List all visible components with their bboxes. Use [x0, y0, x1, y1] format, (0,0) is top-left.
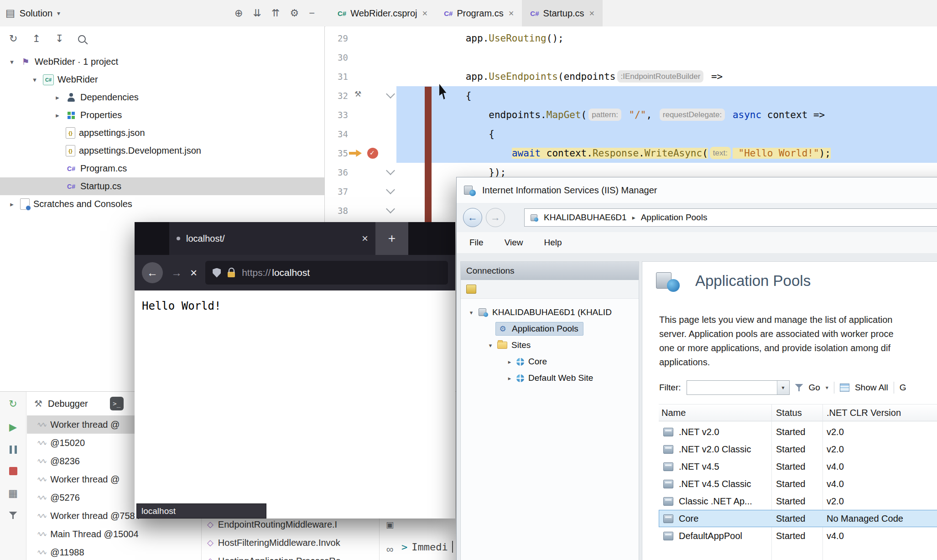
- group-by-label[interactable]: G: [900, 383, 906, 393]
- stop-icon[interactable]: [9, 467, 17, 475]
- connection-tree-item[interactable]: KHALIDABUHAE6D1 (KHALID: [461, 304, 639, 321]
- thread-row[interactable]: Main Thread @15004: [27, 525, 201, 543]
- tree-item-content[interactable]: Core: [515, 355, 552, 368]
- stop-load-button[interactable]: [190, 266, 197, 280]
- editor-tab[interactable]: C# WebRider.csproj: [329, 0, 436, 26]
- tree-item[interactable]: Dependencies: [0, 88, 324, 106]
- gutter[interactable]: [348, 48, 396, 67]
- gutter[interactable]: [348, 201, 396, 220]
- column-status[interactable]: Status: [776, 404, 802, 421]
- close-tab-icon[interactable]: [362, 232, 368, 245]
- tool-window-view-icon[interactable]: [5, 8, 15, 18]
- resume-icon[interactable]: [9, 422, 17, 432]
- gutter[interactable]: [348, 67, 396, 86]
- search-icon[interactable]: [78, 35, 86, 43]
- editor-tab[interactable]: C# Program.cs: [436, 0, 522, 26]
- create-connection-icon[interactable]: [466, 285, 476, 294]
- frames-panel-icon[interactable]: [386, 520, 394, 530]
- table-row[interactable]: .NET v2.0 Classic Started v2.0: [659, 441, 937, 458]
- expand-all-icon[interactable]: [253, 8, 261, 18]
- browser-tab[interactable]: localhost/: [169, 222, 375, 255]
- hide-panel-icon[interactable]: [309, 8, 315, 18]
- table-row[interactable]: DefaultAppPool Started v4.0: [659, 527, 937, 544]
- tree-item[interactable]: Properties: [0, 106, 324, 124]
- tree-chevron-icon[interactable]: [505, 358, 514, 365]
- tree-item[interactable]: Scratches and Consoles: [0, 195, 324, 213]
- tree-chevron-icon[interactable]: [53, 111, 62, 119]
- url-bar[interactable]: https:// localhost: [205, 261, 448, 285]
- connection-tree-item[interactable]: Sites: [461, 337, 639, 353]
- breakpoint-icon[interactable]: [367, 148, 378, 159]
- table-row[interactable]: Classic .NET Ap... Started v2.0: [659, 493, 937, 510]
- back-button[interactable]: [463, 208, 482, 227]
- debugger-tab[interactable]: Debugger: [48, 399, 88, 409]
- thread-row[interactable]: @11988: [27, 543, 201, 560]
- iis-title-bar[interactable]: Internet Information Services (IIS) Mana…: [457, 177, 937, 203]
- table-row[interactable]: Core Started No Managed Code: [659, 510, 937, 527]
- watch-icon[interactable]: [386, 544, 394, 555]
- menu-item[interactable]: Help: [544, 238, 562, 248]
- gutter[interactable]: [348, 163, 396, 182]
- tree-item[interactable]: WebRider: [0, 71, 324, 88]
- gutter[interactable]: [348, 86, 396, 105]
- stack-frame-row[interactable]: HostFilteringMiddleware.Invok: [202, 534, 379, 552]
- immediate-prompt[interactable]: Immedi: [401, 534, 455, 560]
- tree-chevron-icon[interactable]: [486, 342, 495, 349]
- connection-tree-item[interactable]: Core: [461, 353, 639, 370]
- editor-line[interactable]: 34 {: [325, 124, 937, 144]
- rerun-icon[interactable]: [9, 399, 17, 409]
- tree-item[interactable]: Program.cs: [0, 160, 324, 177]
- tree-item-content[interactable]: Default Web Site: [515, 372, 598, 384]
- scroll-to-source-up-icon[interactable]: [32, 34, 40, 44]
- gutter[interactable]: [348, 105, 396, 124]
- pause-icon[interactable]: [10, 446, 17, 454]
- column-name[interactable]: Name: [661, 404, 686, 421]
- tree-item[interactable]: appsettings.Development.json: [0, 142, 324, 160]
- console-icon[interactable]: [110, 397, 124, 410]
- solution-selector[interactable]: Solution: [20, 8, 52, 19]
- filter-input[interactable]: [687, 380, 790, 395]
- connection-tree-item[interactable]: Application Pools: [461, 321, 639, 337]
- breadcrumb-section[interactable]: Application Pools: [641, 213, 708, 223]
- tree-item-content[interactable]: Application Pools: [495, 322, 583, 336]
- settings-gear-icon[interactable]: [290, 8, 299, 18]
- editor-line[interactable]: 29 app.UseRouting();: [325, 29, 937, 48]
- tree-item-content[interactable]: Sites: [495, 339, 535, 352]
- menu-item[interactable]: File: [469, 238, 484, 248]
- tree-chevron-icon[interactable]: [467, 309, 475, 316]
- tree-chevron-icon[interactable]: [7, 58, 16, 66]
- close-icon[interactable]: [589, 8, 595, 19]
- tree-chevron-icon[interactable]: [7, 200, 16, 208]
- table-row[interactable]: .NET v4.5 Classic Started v4.0: [659, 475, 937, 493]
- go-dropdown-icon[interactable]: [826, 384, 828, 391]
- table-row[interactable]: .NET v2.0 Started v2.0: [659, 423, 937, 441]
- connection-tree-item[interactable]: Default Web Site: [461, 370, 639, 386]
- stack-frame-row[interactable]: HostingApplication.ProcessRe: [202, 552, 379, 560]
- menu-item[interactable]: View: [505, 238, 523, 248]
- gutter[interactable]: [348, 124, 396, 144]
- chevron-down-icon[interactable]: ▾: [57, 10, 60, 17]
- tree-item[interactable]: Startup.cs: [0, 177, 324, 195]
- shield-icon[interactable]: [213, 268, 221, 278]
- back-button[interactable]: [142, 262, 163, 283]
- breadcrumb[interactable]: KHALIDABUHAE6D1 Application Pools: [524, 208, 937, 227]
- filter-icon[interactable]: [9, 512, 17, 519]
- editor-line[interactable]: 33 endpoints.MapGet(pattern: "/", reques…: [325, 105, 937, 124]
- editor-tab[interactable]: C# Startup.cs: [522, 0, 603, 26]
- close-icon[interactable]: [509, 8, 514, 19]
- dropdown-icon[interactable]: [777, 381, 789, 394]
- column-clr-version[interactable]: .NET CLR Version: [827, 404, 901, 421]
- sync-icon[interactable]: [9, 34, 17, 44]
- collapse-all-icon[interactable]: [271, 8, 280, 18]
- gutter[interactable]: [348, 29, 396, 48]
- tree-item[interactable]: WebRider · 1 project: [0, 53, 324, 71]
- editor-line[interactable]: 30: [325, 48, 937, 67]
- tree-chevron-icon[interactable]: [505, 375, 514, 382]
- restore-layout-icon[interactable]: [8, 488, 18, 498]
- forward-button[interactable]: [171, 266, 182, 279]
- table-row[interactable]: .NET v4.5 Started v4.0: [659, 458, 937, 475]
- table-header[interactable]: Name Status .NET CLR Version: [659, 404, 937, 421]
- tree-item[interactable]: appsettings.json: [0, 124, 324, 142]
- show-all-button[interactable]: Show All: [855, 383, 888, 393]
- gutter[interactable]: [348, 144, 396, 163]
